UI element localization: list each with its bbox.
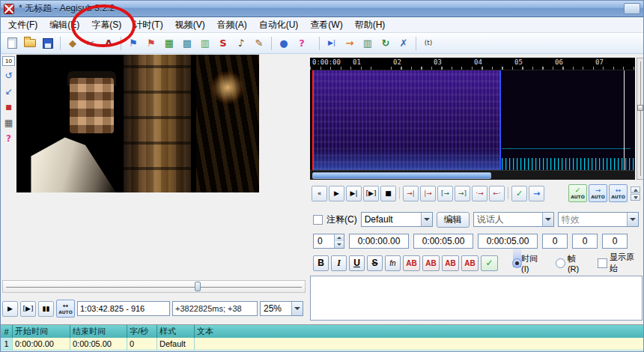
translation-assistant-icon[interactable]: ⚑ [143, 35, 160, 52]
commit-button[interactable]: ✓ [511, 186, 527, 201]
options-icon[interactable]: ✗ [395, 35, 412, 52]
selection-end-marker[interactable] [499, 70, 501, 170]
shift-times-icon[interactable]: → [341, 35, 358, 52]
menu-audio[interactable]: 音频(A) [211, 17, 253, 33]
play-500ms-after-button[interactable]: ←· [489, 186, 505, 201]
audio-spectrogram[interactable] [310, 70, 635, 170]
jump-to-icon[interactable]: ▶| [323, 35, 340, 52]
play-line-button[interactable]: [▶] [363, 186, 379, 201]
video-play-line-button[interactable]: [▶] [20, 301, 36, 317]
play-last-500ms-button[interactable]: →] [455, 186, 470, 201]
menu-view[interactable]: 查看(W) [304, 17, 348, 33]
play-first-500ms-button[interactable]: [→ [437, 186, 453, 201]
bold-button[interactable]: B [313, 255, 329, 271]
automation-icon[interactable]: ✎ [251, 35, 267, 52]
select-lines-icon[interactable]: ▩ [179, 35, 195, 52]
italic-button[interactable]: I [331, 255, 347, 271]
help-icon[interactable]: ? [294, 35, 310, 52]
scroll-left-button[interactable]: « [312, 186, 327, 201]
video-help-icon[interactable]: ? [2, 133, 15, 145]
row-style-cell[interactable]: Default [157, 338, 195, 351]
spin-up-icon[interactable] [631, 186, 640, 193]
comment-checkbox[interactable] [313, 215, 323, 225]
edit-style-button[interactable]: 编辑 [437, 212, 470, 228]
video-zoom-combo[interactable]: 25% [260, 301, 303, 316]
play-selection-button[interactable]: ▶| [346, 186, 362, 201]
audio-scroll-thumb[interactable] [312, 172, 491, 179]
play-button[interactable]: ▶ [329, 186, 344, 201]
margin-left-field[interactable]: 0 [542, 234, 568, 249]
margin-vertical-field[interactable]: 0 [602, 234, 628, 249]
video-seek-bar[interactable] [2, 280, 306, 293]
font-button[interactable]: fn [385, 255, 401, 271]
styles-manager-icon[interactable]: ▦ [161, 35, 177, 52]
row-cps-cell[interactable]: 0 [127, 338, 157, 351]
vertical-zoom-spinner[interactable] [631, 186, 640, 201]
kanji-timer-icon[interactable]: ♪ [233, 35, 249, 52]
underline-button[interactable]: U [349, 255, 365, 271]
play-after-selection-button[interactable]: |→ [420, 186, 436, 201]
play-500ms-before-button[interactable]: ·→ [472, 186, 487, 201]
frame-mode-radio[interactable] [556, 258, 565, 268]
play-before-selection-button[interactable]: →| [403, 186, 419, 201]
row-start-cell[interactable]: 0:00:00.00 [13, 338, 70, 351]
spell-checker-icon[interactable]: S [215, 35, 231, 52]
select-visible-lines-icon[interactable]: ▥ [359, 35, 376, 52]
drag-tool-icon[interactable]: ↙ [2, 85, 15, 97]
commit-check-button[interactable]: ✓ [481, 255, 498, 271]
end-time-field[interactable]: 0:00:05.00 [413, 234, 473, 249]
menu-help[interactable]: 帮助(H) [349, 17, 392, 33]
auto-next-line-toggle[interactable]: → AUTO [589, 184, 607, 202]
primary-color-button[interactable]: AB [403, 255, 420, 271]
seek-thumb[interactable] [195, 282, 201, 291]
show-original-checkbox[interactable] [598, 258, 607, 268]
secondary-color-button[interactable]: AB [422, 255, 440, 271]
spinner-buttons[interactable] [334, 234, 344, 248]
start-time-field[interactable]: 0:00:00.00 [349, 234, 409, 249]
strikeout-button[interactable]: S [367, 255, 383, 271]
slider-handle[interactable] [637, 105, 643, 111]
menu-video[interactable]: 视频(V) [169, 17, 211, 33]
log-window-icon[interactable]: ● [276, 35, 292, 52]
audio-selection-region[interactable] [313, 70, 500, 170]
timing-post-processor-icon[interactable]: ↻ [377, 35, 394, 52]
video-pause-button[interactable]: ▮▮ [38, 301, 54, 317]
stop-tool-icon[interactable]: ■ [2, 101, 15, 113]
row-text-cell[interactable] [195, 338, 644, 351]
video-preview[interactable] [16, 55, 259, 192]
outline-color-button[interactable]: AB [442, 255, 459, 271]
style-combo[interactable]: Default [361, 212, 433, 227]
video-zoom-box[interactable]: 10 [2, 56, 15, 66]
audio-timeline[interactable]: 0:00:00 01 02 03 04 05 06 07 [310, 58, 635, 70]
subtitle-text-input[interactable] [310, 276, 643, 321]
auto-commit-toggle[interactable]: ✓ AUTO [568, 184, 587, 202]
menu-file[interactable]: 文件(F) [2, 17, 43, 33]
spin-down-icon[interactable] [631, 194, 640, 201]
clip-tool-icon[interactable]: ▦ [2, 117, 15, 129]
chevron-down-icon[interactable] [542, 213, 553, 226]
new-file-icon[interactable] [4, 35, 20, 52]
auto-scroll-toggle[interactable]: ↔ AUTO [609, 184, 628, 202]
row-number-cell[interactable]: 1 [1, 338, 13, 351]
rotate-tool-icon[interactable]: ↺ [2, 70, 15, 82]
row-end-cell[interactable]: 0:00:05.00 [70, 338, 127, 351]
video-autoscroll-toggle[interactable]: ↔ AUTO [56, 300, 75, 318]
audio-vertical-zoom-slider[interactable] [637, 58, 644, 180]
save-icon[interactable] [40, 35, 56, 52]
chevron-down-icon[interactable] [291, 302, 303, 315]
margin-right-field[interactable]: 0 [572, 234, 598, 249]
toggle-tags-icon[interactable]: (t) [420, 35, 437, 52]
subtitle-row[interactable]: 1 0:00:00.00 0:00:05.00 0 Default [1, 338, 644, 351]
chevron-down-icon[interactable] [421, 213, 432, 226]
shadow-color-button[interactable]: AB [461, 255, 479, 271]
effect-combo[interactable]: 特效 [558, 212, 639, 227]
stop-button[interactable]: ■ [380, 186, 396, 201]
actor-combo[interactable]: 说话人 [473, 212, 554, 227]
time-mode-radio[interactable] [512, 258, 522, 268]
selection-start-marker[interactable] [312, 70, 314, 170]
resample-resolution-icon[interactable]: ▥ [197, 35, 213, 52]
audio-scrollbar[interactable] [310, 170, 635, 180]
go-to-selection-button[interactable]: → [529, 186, 544, 201]
spin-down-icon[interactable] [335, 241, 344, 248]
menu-automation[interactable]: 自动化(U) [253, 17, 305, 33]
